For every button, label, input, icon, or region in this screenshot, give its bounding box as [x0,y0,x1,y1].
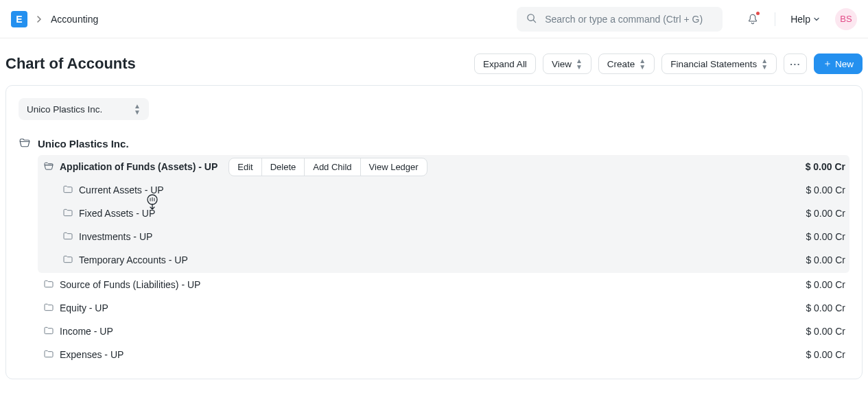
view-button[interactable]: View ▲▼ [543,53,591,74]
search-input[interactable] [543,13,713,25]
notification-dot-icon [756,12,760,15]
tree-node[interactable]: Current Assets - UP $ 0.00 Cr [38,178,849,202]
account-balance: $ 0.00 Cr [806,184,845,195]
tree-node-label: Current Assets - UP [79,184,164,195]
view-ledger-button[interactable]: View Ledger [361,158,427,176]
page: Chart of Accounts Expand All View ▲▼ Cre… [0,38,868,393]
svg-line-1 [534,20,536,22]
sort-icon: ▲▼ [761,58,768,70]
sort-icon: ▲▼ [134,103,141,115]
tree-node-label: Source of Funds (Liabilities) - UP [60,279,200,290]
tree-node-label: Expenses - UP [60,349,124,360]
sort-icon: ▲▼ [576,58,583,70]
sort-icon: ▲▼ [639,58,646,70]
view-label: View [552,59,572,69]
search-wrap[interactable] [517,7,723,32]
account-balance: $ 0.00 Cr [806,161,845,172]
account-balance: $ 0.00 Cr [806,326,845,337]
app-logo[interactable]: E [11,11,27,27]
folder-open-icon [43,160,54,174]
delete-button[interactable]: Delete [262,158,305,176]
avatar[interactable]: BS [835,8,857,30]
folder-icon [62,254,73,267]
account-balance: $ 0.00 Cr [806,208,845,219]
tree-node-label: Income - UP [60,326,113,337]
svg-point-0 [528,14,534,20]
folder-icon [62,184,73,197]
search-icon [526,13,537,25]
edit-button[interactable]: Edit [229,158,261,176]
tree-root-label: Unico Plastics Inc. [38,138,129,150]
accounts-card: Unico Plastics Inc. ▲▼ Unico Plastics In… [5,85,863,379]
tree-node-label: Investments - UP [79,231,152,242]
account-balance: $ 0.00 Cr [806,254,845,265]
tree-node-selected[interactable]: Application of Funds (Assets) - UP Edit … [38,155,849,178]
account-balance: $ 0.00 Cr [806,279,845,290]
create-button[interactable]: Create ▲▼ [598,53,655,74]
notifications-button[interactable] [743,10,762,29]
folder-icon [43,278,54,291]
more-button[interactable]: ··· [784,53,807,74]
chevron-right-icon [36,14,43,25]
account-balance: $ 0.00 Cr [806,231,845,242]
page-header: Chart of Accounts Expand All View ▲▼ Cre… [5,47,863,85]
tree-node[interactable]: Investments - UP $ 0.00 Cr [38,225,849,248]
breadcrumb[interactable]: Accounting [51,14,98,25]
company-select-value: Unico Plastics Inc. [27,104,102,115]
tree-node[interactable]: Source of Funds (Liabilities) - UP $ 0.0… [19,273,849,296]
tree-node-label: Application of Funds (Assets) - UP [60,161,218,172]
add-child-button[interactable]: Add Child [305,158,360,176]
topbar: E Accounting Help BS [0,0,868,38]
divider [775,12,775,26]
row-actions: Edit Delete Add Child View Ledger [228,158,427,176]
folder-icon [43,325,54,338]
folder-icon [62,230,73,243]
tree-node[interactable]: Expenses - UP $ 0.00 Cr [19,343,849,366]
folder-icon [43,348,54,361]
page-title: Chart of Accounts [5,55,467,73]
company-select[interactable]: Unico Plastics Inc. ▲▼ [19,98,149,120]
expand-all-button[interactable]: Expand All [474,53,536,74]
ellipsis-icon: ··· [790,59,801,69]
tree-node[interactable]: Fixed Assets - UP $ 0.00 Cr [38,202,849,225]
tree-node[interactable]: Equity - UP $ 0.00 Cr [19,296,849,320]
account-balance: $ 0.00 Cr [806,302,845,313]
account-tree: Unico Plastics Inc. Application of Funds… [19,135,849,366]
tree-node-label: Temporary Accounts - UP [79,254,188,265]
account-balance: $ 0.00 Cr [806,349,845,360]
financial-statements-label: Financial Statements [670,59,757,69]
chevron-down-icon [813,14,820,25]
plus-icon: ＋ [823,58,832,70]
selected-group: Application of Funds (Assets) - UP Edit … [38,155,849,273]
tree-root[interactable]: Unico Plastics Inc. [19,135,849,152]
folder-open-icon [19,136,31,151]
folder-icon [62,207,73,220]
financial-statements-button[interactable]: Financial Statements ▲▼ [661,53,777,74]
new-button[interactable]: ＋ New [814,53,863,74]
tree-node-label: Fixed Assets - UP [79,208,155,219]
create-label: Create [607,59,635,69]
tree-node[interactable]: Income - UP $ 0.00 Cr [19,320,849,343]
help-label: Help [790,14,810,25]
tree-node[interactable]: Temporary Accounts - UP $ 0.00 Cr [38,248,849,272]
folder-icon [43,302,54,315]
help-button[interactable]: Help [788,11,823,27]
tree-node-label: Equity - UP [60,302,108,313]
new-label: New [835,59,854,69]
